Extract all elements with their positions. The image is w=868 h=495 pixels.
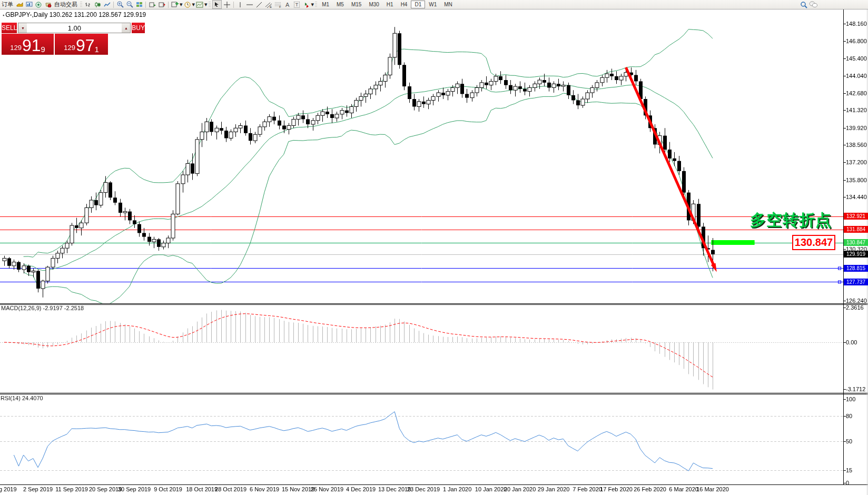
fibonacci-icon[interactable]: F (274, 1, 282, 8)
toolbar-separator (113, 2, 114, 8)
navigator-icon[interactable] (34, 1, 43, 8)
price-badge: 128.815 (844, 265, 868, 272)
toolbar-separator (145, 2, 146, 8)
mt4-window: { "toolbar": { "left_label": "订单", "auto… (0, 0, 868, 495)
add-indicator-icon[interactable] (171, 1, 179, 8)
crosshair-icon[interactable] (223, 1, 231, 8)
line-chart-icon[interactable] (103, 1, 111, 8)
text-label-icon[interactable]: T (293, 1, 301, 8)
toolbar-grip (315, 2, 317, 8)
new-order-button[interactable]: 订单 (0, 1, 15, 8)
macd-axis-label: 0.00 (846, 339, 868, 345)
autotrading-icon[interactable] (44, 1, 52, 8)
chart-autoscroll-icon[interactable] (157, 1, 166, 8)
arrows-icon[interactable] (302, 1, 311, 8)
rsi-axis-label: 15 (846, 467, 868, 473)
new-order-icon[interactable] (15, 1, 24, 8)
chart-header: ▪GBPJPY-,Daily 130.262 131.200 128.567 1… (3, 11, 146, 18)
vertical-line-icon[interactable] (236, 1, 244, 8)
price-axis-label: 135.800 (846, 177, 868, 183)
rsi-axis-label: 50 (846, 438, 868, 444)
price-axis-label: 145.400 (846, 55, 868, 62)
volume-spinner: ▼ ▲ (18, 23, 131, 33)
volume-input[interactable] (27, 23, 122, 33)
chart-canvas[interactable] (0, 9, 868, 495)
turning-point-annotation[interactable]: 多空转折点 (750, 210, 832, 231)
price-axis-label: 146.800 (846, 38, 868, 44)
dropdown-caret-icon[interactable]: ▾ (311, 2, 314, 7)
timeframe-button-h4[interactable]: H4 (397, 1, 411, 8)
search-icon[interactable] (800, 1, 808, 8)
toolbar: 订单 自动交易 ▾ ▾ ▾ E F A T ▾ M1M5M15M30H1H4D1… (0, 0, 868, 9)
timeframe-button-m1[interactable]: M1 (318, 1, 333, 8)
timeframe-button-m30[interactable]: M30 (365, 1, 382, 8)
chat-icon[interactable] (809, 1, 817, 8)
chart-shift-icon[interactable] (148, 1, 156, 8)
dropdown-caret-icon[interactable]: ▾ (192, 2, 195, 7)
zoom-in-icon[interactable] (116, 1, 124, 8)
price-badge: 132.921 (844, 213, 868, 220)
toolbar-separator (233, 2, 234, 8)
volume-decrease-button[interactable]: ▼ (18, 23, 27, 33)
text-icon[interactable]: A (283, 1, 292, 8)
bid-price-big: 91 (22, 37, 41, 53)
timeframe-button-w1[interactable]: W1 (425, 1, 440, 8)
price-axis-label: 137.200 (846, 159, 868, 165)
candlestick-chart-icon[interactable] (93, 1, 102, 8)
horizontal-line-icon[interactable] (245, 1, 254, 8)
market-watch-icon[interactable] (25, 1, 33, 8)
chart-title: GBPJPY-,Daily 130.262 131.200 128.567 12… (5, 11, 146, 18)
chart-marker-icon: ▪ (3, 13, 4, 18)
price-badge: 127.737 (844, 279, 868, 285)
price-axis-label: 142.680 (846, 90, 868, 96)
price-axis-label: 134.440 (846, 194, 868, 200)
price-axis-label: 139.920 (846, 125, 868, 131)
one-click-trading-panel: SELL ▼ ▲ BUY 129 91 9 129 97 1 (2, 23, 108, 55)
bar-chart-icon[interactable] (84, 1, 92, 8)
price-axis-label: 144.040 (846, 73, 868, 79)
ask-price-small: 129 (64, 44, 75, 52)
trendline-icon[interactable] (255, 1, 263, 8)
price-badge: 129.919 (844, 251, 868, 258)
ask-price-sup: 1 (94, 45, 98, 53)
panel-divider[interactable] (0, 302, 868, 305)
ask-price-big: 97 (76, 37, 95, 53)
channel-icon[interactable]: E (264, 1, 273, 8)
rsi-axis-label: 0 (846, 480, 868, 486)
timeframe-button-mn[interactable]: MN (440, 1, 456, 8)
dropdown-caret-icon[interactable]: ▾ (204, 2, 208, 7)
price-badge: 131.884 (844, 226, 868, 233)
rsi-axis-label: 80 (846, 413, 868, 419)
price-label-annotation[interactable]: 130.847 (792, 235, 835, 250)
template-icon[interactable] (195, 1, 204, 8)
price-axis-label: 141.320 (846, 107, 868, 113)
buy-button[interactable]: BUY (132, 23, 145, 33)
ask-quote[interactable]: 129 97 1 (55, 34, 108, 55)
date-label: 16 Mar 2020 (689, 486, 736, 492)
timeframe-button-h1[interactable]: H1 (383, 1, 397, 8)
timeframe-button-m5[interactable]: M5 (333, 1, 348, 8)
timeframe-button-d1[interactable]: D1 (411, 1, 425, 8)
toolbar-separator (168, 2, 169, 8)
panel-divider[interactable] (0, 391, 868, 395)
zoom-out-icon[interactable] (125, 1, 134, 8)
rsi-axis-label: 100 (846, 396, 868, 402)
period-icon[interactable] (183, 1, 192, 8)
dropdown-caret-icon[interactable]: ▾ (180, 2, 183, 7)
cursor-icon[interactable] (212, 0, 222, 9)
bid-quote[interactable]: 129 91 9 (2, 34, 54, 55)
autotrading-button[interactable]: 自动交易 (53, 1, 79, 8)
bid-price-sup: 9 (41, 45, 45, 53)
toolbar-grip (80, 2, 82, 8)
volume-increase-button[interactable]: ▲ (122, 23, 130, 33)
toolbar-grip (209, 2, 211, 8)
timeframe-group: M1M5M15M30H1H4D1W1MN (318, 1, 456, 8)
svg-text:E: E (270, 5, 272, 8)
price-axis-label: 148.160 (846, 21, 868, 27)
timeframe-button-m15[interactable]: M15 (348, 1, 365, 8)
sell-button[interactable]: SELL (2, 23, 17, 33)
tile-windows-icon[interactable] (135, 1, 143, 8)
bid-price-small: 129 (10, 44, 22, 52)
price-badge: 130.847 (844, 239, 868, 246)
rsi-indicator-label: RSI(14) 24.4070 (1, 395, 43, 401)
